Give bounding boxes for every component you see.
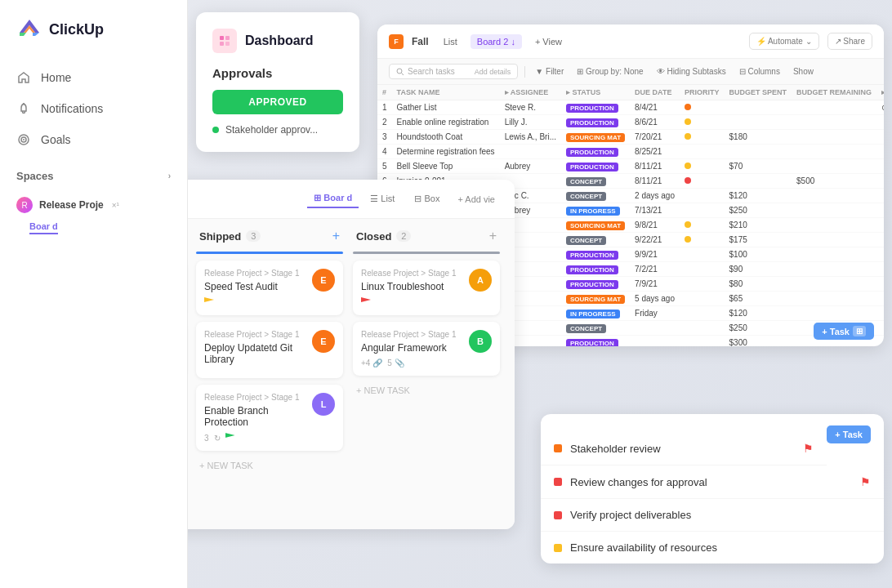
cell-budget: $120 [725, 306, 792, 321]
kanban-tab-box[interactable]: ⊟ Box [406, 190, 448, 207]
cell-sprints [876, 130, 884, 145]
show-button[interactable]: Show [790, 65, 817, 78]
task-card-branch[interactable]: Release Project > Stage 1 Enable Branch … [196, 385, 343, 451]
cell-priority [680, 145, 725, 159]
cell-due: 7/20/21 [630, 130, 680, 145]
tab-add[interactable]: + View [529, 34, 569, 49]
svg-line-13 [402, 73, 404, 75]
cell-priority [680, 277, 725, 292]
add-task-button[interactable]: + Task [827, 425, 871, 443]
task-card-angular[interactable]: Release Project > Stage 1 Angular Framew… [353, 322, 500, 376]
new-task-shipped[interactable]: + NEW TASK [196, 457, 343, 474]
task-breadcrumb: Release Project > Stage 1 [204, 269, 307, 278]
cell-sprints [876, 292, 884, 306]
tab-board[interactable]: Boar d [29, 221, 58, 234]
attachments-count: +4 🔗 [361, 359, 382, 368]
cell-sprints [876, 247, 884, 262]
sidebar-item-notifications[interactable]: Notifications [0, 93, 187, 124]
sidebar: ClickUp Home Notifications [0, 0, 188, 588]
kanban-view-tabs: ⊞ Boar d ☰ List ⊟ Box + Add vie [307, 189, 502, 208]
cell-sprints [876, 321, 884, 336]
new-task-closed[interactable]: + NEW TASK [353, 382, 500, 399]
cell-budget-rem [792, 100, 876, 115]
cell-task: Bell Sleeve Top [392, 159, 500, 174]
cell-budget: $90 [725, 262, 792, 277]
task-card-linux[interactable]: Release Project > Stage 1 Linux Troubles… [353, 261, 500, 315]
cell-budget-rem [792, 130, 876, 145]
filter-button[interactable]: ▼ Filter [532, 65, 567, 78]
cell-due: 8/11/21 [630, 174, 680, 189]
sidebar-project-item[interactable]: R Release Proje ×¹ [0, 190, 187, 220]
task-avatar: B [469, 330, 492, 353]
flag-icon-red: ⚑ [803, 442, 814, 455]
cell-budget [725, 100, 792, 115]
automate-button[interactable]: ⚡ Automate ⌄ [749, 33, 819, 50]
cell-due: 8/11/21 [630, 159, 680, 174]
cell-assignee: Aubrey [500, 159, 561, 174]
task-title-speed-audit: Speed Test Audit [204, 281, 307, 292]
column-title-shipped: Shipped [199, 230, 241, 243]
sidebar-item-home-label: Home [41, 71, 71, 84]
tasklist-item-2[interactable]: Verify project deliverables [541, 499, 884, 532]
cell-priority [680, 203, 725, 218]
share-button[interactable]: ↗ Share [827, 33, 872, 50]
sidebar-item-home[interactable]: Home [0, 62, 187, 93]
table-row[interactable]: 4 Determine registration fees PRODUCTION… [377, 145, 884, 159]
tasklist-item-3[interactable]: Ensure availability of resources [541, 532, 884, 564]
tab-list[interactable]: List [437, 34, 464, 49]
cell-sprints [876, 203, 884, 218]
cell-sprints [876, 159, 884, 174]
flag-icon-red [361, 297, 371, 307]
task-avatar: A [469, 269, 492, 292]
cell-num: 2 [377, 115, 392, 130]
task-card-row: Release Project > Stage 1 Enable Branch … [204, 393, 335, 443]
chevron-right-icon: › [168, 172, 171, 180]
tasklist-item-text-3: Ensure availability of resources [570, 541, 871, 554]
cell-budget-rem [792, 277, 876, 292]
cell-sprints [876, 262, 884, 277]
cell-status: PRODUCTION [561, 262, 630, 277]
col-status: ▸ STATUS [561, 85, 630, 100]
cell-budget: $100 [725, 247, 792, 262]
column-header-shipped: Shipped 3 + [196, 229, 343, 243]
target-icon [16, 132, 31, 147]
search-placeholder: Search tasks [408, 67, 455, 76]
tasklist-item-text-2: Verify project deliverables [570, 509, 871, 521]
kanban-add-view[interactable]: + Add vie [451, 191, 502, 207]
stakeholder-text: Stakeholder approv... [225, 124, 318, 136]
tab-board2[interactable]: Board 2 ↓ [471, 34, 522, 49]
tasklist-item-text-1: Review changes for approval [570, 476, 852, 488]
sidebar-item-goals[interactable]: Goals [0, 124, 187, 155]
cell-sprints [876, 218, 884, 233]
cell-due: 9/8/21 [630, 218, 680, 233]
tasklist-item-0[interactable]: Stakeholder review ⚑ [541, 432, 827, 466]
cell-sprints [876, 277, 884, 292]
cell-budget [725, 115, 792, 130]
columns-button[interactable]: ⊟ Columns [736, 65, 783, 78]
column-add-btn-closed[interactable]: + [489, 229, 497, 243]
table-row[interactable]: 3 Houndstooth Coat Lewis A., Bri... SOUR… [377, 130, 884, 145]
task-avatar: L [312, 393, 335, 416]
svg-rect-11 [225, 42, 230, 46]
table-row[interactable]: 2 Enable online registration Lilly J. PR… [377, 115, 884, 130]
groupby-button[interactable]: ⊞ Group by: None [573, 65, 646, 78]
dashboard-icon-box [212, 29, 237, 53]
kanban-tab-list[interactable]: ☰ List [362, 190, 403, 207]
task-card-speed-audit[interactable]: Release Project > Stage 1 Speed Test Aud… [196, 261, 343, 315]
column-add-btn-shipped[interactable]: + [332, 229, 340, 243]
task-card-deploy[interactable]: Release Project > Stage 1 Deploy Updatet… [196, 322, 343, 378]
tasklist-item-1[interactable]: Review changes for approval ⚑ [541, 466, 884, 499]
cell-budget-rem [792, 218, 876, 233]
column-title-wrap: Closed 2 [356, 230, 411, 243]
kanban-tab-board[interactable]: ⊞ Boar d [307, 189, 359, 208]
table-row[interactable]: 5 Bell Sleeve Top Aubrey PRODUCTION 8/11… [377, 159, 884, 174]
project-view-tabs: Boar d [0, 221, 187, 234]
table-row[interactable]: 1 Gather List Steve R. PRODUCTION 8/4/21… [377, 100, 884, 115]
hiding-subtasks-button[interactable]: 👁 Hiding Subtasks [653, 65, 729, 78]
task-info: Release Project > Stage 1 Deploy Updatet… [204, 330, 307, 370]
cell-budget-rem [792, 306, 876, 321]
tasklist-card: + Task Stakeholder review ⚑ Review chang… [541, 414, 884, 564]
cell-budget-rem [792, 247, 876, 262]
add-task-overlay-button[interactable]: + Task ⊞ [814, 323, 874, 340]
search-box[interactable]: Search tasks Add details [389, 64, 518, 79]
